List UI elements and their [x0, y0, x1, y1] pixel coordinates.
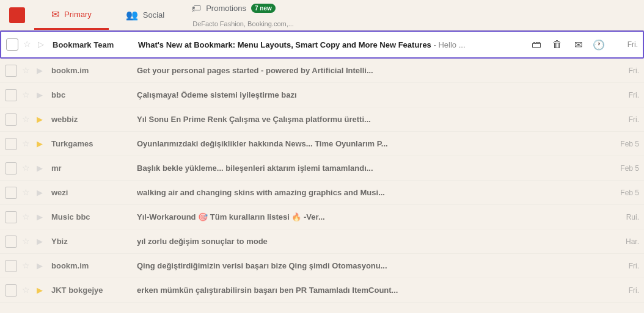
- row-important-2[interactable]: ▶: [37, 115, 46, 124]
- row-star-9[interactable]: ☆: [22, 285, 33, 296]
- row-star-1[interactable]: ☆: [22, 90, 33, 101]
- row-star-5[interactable]: ☆: [22, 187, 33, 198]
- highlight-important[interactable]: ▷: [38, 40, 48, 49]
- row-time-7: Har.: [609, 237, 639, 246]
- row-time-1: Fri.: [609, 91, 639, 99]
- row-checkbox-9[interactable]: [5, 284, 17, 297]
- row-sender-7: Ybiz: [51, 237, 131, 246]
- email-row[interactable]: ☆ ▶ webbiz Yıl Sonu En Prime Renk Çalışm…: [0, 107, 644, 132]
- row-sender-4: mr: [51, 164, 131, 173]
- highlight-star[interactable]: ☆: [23, 39, 34, 50]
- row-sender-2: webbiz: [51, 115, 131, 124]
- highlight-subject-text: What's New at Bookmark: Menu Layouts, Sm…: [138, 40, 431, 49]
- tabs-row: ✉ Primary 👥 Social 🏷 Promotions 7 new De…: [0, 0, 644, 31]
- row-sender-0: bookm.im: [51, 66, 131, 75]
- row-star-8[interactable]: ☆: [22, 261, 33, 272]
- row-important-3[interactable]: ▶: [37, 139, 46, 149]
- highlight-sender: Bookmark Team: [53, 40, 132, 49]
- email-row[interactable]: ☆ ▶ JKT bokgejye erken mümkün çalıştırab…: [0, 278, 644, 303]
- email-rows-container: ☆ ▶ bookm.im Get your personal pages sta…: [0, 59, 644, 303]
- email-row[interactable]: ☆ ▶ mr Başlık bekle yükleme... bileşenle…: [0, 156, 644, 181]
- row-subject-2: Yıl Sonu En Prime Renk Çalışma ve Çalışm…: [137, 115, 602, 124]
- row-time-6: Rui.: [609, 213, 639, 221]
- row-checkbox-6[interactable]: [5, 211, 17, 223]
- row-checkbox-7[interactable]: [5, 236, 17, 248]
- tab-primary[interactable]: ✉ Primary: [34, 0, 109, 30]
- row-star-2[interactable]: ☆: [22, 114, 33, 125]
- primary-icon: ✉: [51, 9, 59, 20]
- row-important-6[interactable]: ▶: [37, 212, 46, 222]
- mark-read-icon[interactable]: ✉: [569, 36, 587, 53]
- row-important-4[interactable]: ▶: [37, 164, 46, 173]
- row-important-1[interactable]: ▶: [37, 90, 46, 100]
- row-checkbox-4[interactable]: [5, 162, 17, 174]
- row-star-4[interactable]: ☆: [22, 163, 33, 174]
- row-time-4: Feb 5: [609, 164, 639, 173]
- row-sender-1: bbc: [51, 90, 131, 99]
- promotions-badge: 7 new: [251, 4, 276, 13]
- tab-social[interactable]: 👥 Social: [109, 0, 181, 30]
- social-label: Social: [143, 10, 164, 20]
- row-subject-4: Başlık bekle yükleme... bileşenleri akta…: [137, 164, 602, 173]
- row-important-5[interactable]: ▶: [37, 188, 46, 198]
- promotions-subtitle: DeFacto Fashion, Booking.com,...: [191, 20, 294, 27]
- email-row[interactable]: ☆ ▶ wezi walking air and changing skins …: [0, 181, 644, 205]
- email-row[interactable]: ☆ ▶ Turkgames Oyunlarımızdaki değişiklik…: [0, 132, 644, 156]
- email-row[interactable]: ☆ ▶ bbc Çalışmaya! Ödeme sistemi iyileşt…: [0, 83, 644, 107]
- row-important-0[interactable]: ▶: [37, 66, 46, 76]
- row-star-3[interactable]: ☆: [22, 139, 33, 149]
- promotions-top: 🏷 Promotions 7 new: [191, 3, 276, 14]
- tab-promotions[interactable]: 🏷 Promotions 7 new DeFacto Fashion, Book…: [181, 0, 311, 30]
- email-row[interactable]: ☆ ▶ bookm.im Get your personal pages sta…: [0, 59, 644, 83]
- social-icon: 👥: [126, 9, 138, 21]
- highlighted-email-row[interactable]: ☆ ▷ Bookmark Team What's New at Bookmark…: [0, 31, 644, 59]
- logo-square: [9, 7, 25, 23]
- row-subject-1: Çalışmaya! Ödeme sistemi iyileştirme baz…: [137, 90, 602, 99]
- row-star-6[interactable]: ☆: [22, 212, 33, 223]
- highlight-checkbox[interactable]: [6, 38, 18, 51]
- row-subject-0: Get your personal pages started - powere…: [137, 66, 602, 75]
- row-important-7[interactable]: ▶: [37, 237, 46, 246]
- row-sender-9: JKT bokgejye: [51, 286, 131, 295]
- highlight-time: Fri.: [607, 40, 638, 49]
- row-star-7[interactable]: ☆: [22, 236, 33, 247]
- gmail-logo: [6, 4, 28, 26]
- row-checkbox-3[interactable]: [5, 138, 17, 150]
- row-time-5: Feb 5: [609, 189, 639, 197]
- archive-icon[interactable]: 🗃: [528, 36, 545, 53]
- row-sender-6: Music bbc: [51, 212, 131, 221]
- row-subject-5: walking air and changing skins with amaz…: [137, 188, 602, 197]
- highlight-subject: What's New at Bookmark: Menu Layouts, Sm…: [138, 40, 517, 49]
- snooze-icon[interactable]: 🕐: [590, 36, 607, 53]
- row-sender-3: Turkgames: [51, 139, 131, 148]
- row-checkbox-2[interactable]: [5, 113, 17, 126]
- row-sender-8: bookm.im: [51, 261, 131, 270]
- email-row[interactable]: ☆ ▶ Ybiz yıl zorlu değişim sonuçlar to m…: [0, 229, 644, 254]
- gmail-container: ✉ Primary 👥 Social 🏷 Promotions 7 new De…: [0, 0, 644, 313]
- row-important-8[interactable]: ▶: [37, 261, 46, 271]
- promotions-icon: 🏷: [191, 3, 201, 14]
- row-checkbox-1[interactable]: [5, 89, 17, 101]
- highlight-actions: 🗃 🗑 ✉ 🕐: [528, 36, 607, 53]
- email-row[interactable]: ☆ ▶ bookm.im Qing değiştirdiğimizin veri…: [0, 254, 644, 278]
- row-subject-9: erken mümkün çalıştırabilirsin başarı be…: [137, 286, 602, 295]
- row-checkbox-0[interactable]: [5, 65, 17, 77]
- delete-icon[interactable]: 🗑: [549, 36, 566, 53]
- highlight-preview: - Hello ...: [433, 40, 465, 49]
- email-row[interactable]: ☆ ▶ Music bbc Yıl-Workaround 🎯 Tüm kural…: [0, 205, 644, 229]
- row-checkbox-8[interactable]: [5, 260, 17, 272]
- row-time-9: Fri.: [609, 286, 639, 295]
- row-checkbox-5[interactable]: [5, 187, 17, 199]
- row-subject-3: Oyunlarımızdaki değişiklikler hakkında N…: [137, 139, 602, 148]
- row-star-0[interactable]: ☆: [22, 65, 33, 76]
- row-subject-8: Qing değiştirdiğimizin verisi başarı biz…: [137, 261, 602, 270]
- primary-label: Primary: [64, 10, 92, 19]
- row-time-8: Fri.: [609, 262, 639, 270]
- row-subject-7: yıl zorlu değişim sonuçlar to mode: [137, 237, 602, 246]
- row-time-0: Fri.: [609, 67, 639, 75]
- email-list: ☆ ▷ Bookmark Team What's New at Bookmark…: [0, 31, 644, 303]
- row-subject-6: Yıl-Workaround 🎯 Tüm kuralların listesi …: [137, 212, 602, 221]
- row-time-3: Feb 5: [609, 140, 639, 148]
- promotions-label: Promotions: [206, 4, 246, 13]
- row-important-9[interactable]: ▶: [37, 286, 46, 295]
